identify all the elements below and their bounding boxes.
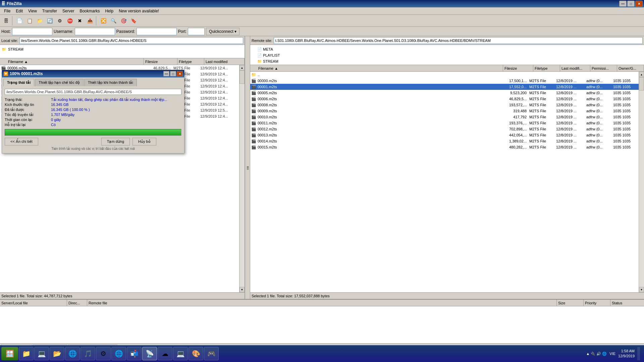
toolbar-btn-sync[interactable]: 🔀: [99, 16, 108, 25]
panel-resize-handle[interactable]: ⣿: [245, 36, 250, 299]
close-button[interactable]: ✕: [635, 1, 643, 7]
toolbar-btn-4[interactable]: 🔄: [45, 16, 54, 25]
right-file-row[interactable]: 🎬 00006.m2ts 46,829,5... M2TS File 12/8/…: [250, 96, 639, 102]
username-input[interactable]: [75, 28, 115, 35]
toolbar-btn-bookmark[interactable]: 🔖: [129, 16, 138, 25]
right-file-row[interactable]: 📁 ..: [250, 72, 639, 78]
menu-help[interactable]: Help: [102, 8, 116, 14]
taskbar-app11[interactable]: 💻: [173, 347, 188, 360]
right-panel-path-input[interactable]: [274, 37, 643, 44]
menu-bookmarks[interactable]: Bookmarks: [77, 8, 102, 14]
taskbar-app10[interactable]: ☁: [158, 347, 172, 360]
taskbar-app12[interactable]: 🎨: [189, 347, 203, 360]
right-scrollbar[interactable]: ▲ ▼: [639, 72, 644, 292]
left-col-filesize[interactable]: Filesize: [144, 58, 177, 65]
right-file-row[interactable]: 🎬 00005.m2ts 9,523,200 M2TS File 12/8/20…: [250, 90, 639, 96]
right-scroll-track[interactable]: [639, 77, 644, 287]
left-scrollbar[interactable]: ▲ ▼: [239, 65, 245, 292]
taskbar-browser[interactable]: 🌐: [65, 347, 80, 360]
right-col-filetype[interactable]: Filetype: [533, 65, 560, 71]
left-scroll-track[interactable]: [239, 70, 245, 287]
toolbar-btn-1[interactable]: 📄: [15, 16, 24, 25]
host-input[interactable]: [12, 28, 52, 35]
right-col-owner[interactable]: Owner/G...: [617, 65, 644, 71]
dialog-tab-speed[interactable]: Thiết lập hạn chế tốc độ: [35, 79, 84, 86]
toolbar-btn-stop[interactable]: ⛔: [65, 16, 74, 25]
right-scroll-up[interactable]: ▲: [639, 72, 644, 77]
taskbar-filezilla[interactable]: 📡: [142, 347, 157, 360]
dialog-tab-complete[interactable]: Thiết lập khi hoàn thành tải: [84, 79, 137, 86]
toolbar-btn-6[interactable]: 📤: [85, 16, 95, 25]
quickconnect-button[interactable]: Quickconnect ▾: [206, 28, 239, 35]
taskbar-app13[interactable]: 🎮: [204, 347, 219, 360]
port-input[interactable]: [188, 28, 205, 35]
left-panel-path-input[interactable]: [19, 37, 243, 44]
left-scroll-down[interactable]: ▼: [239, 287, 245, 292]
right-file-row[interactable]: 🎬 00010.m2ts 417,792 M2TS File 12/8/2019…: [250, 114, 639, 120]
right-file-row[interactable]: 🎬 00012.m2ts 702,898,... M2TS File 12/8/…: [250, 126, 639, 132]
dialog-maximize-btn[interactable]: □: [170, 71, 176, 76]
left-col-filename[interactable]: Filename ▲: [7, 58, 144, 65]
toolbar-btn-disconnect[interactable]: ✖: [75, 16, 85, 25]
file-owner: 1035 1035: [612, 127, 639, 131]
right-file-row[interactable]: 🎬 00000.m2ts 17,500,1... M2TS File 12/8/…: [250, 78, 639, 84]
left-tree-stream[interactable]: 📁 STREAM: [1, 46, 243, 52]
trang-thai-value: Tải xuống hoàn tất, đang ghép các phần đ…: [51, 98, 181, 102]
right-tree-playlist[interactable]: 📄 PLAYLIST: [252, 52, 643, 58]
right-col-filename[interactable]: Filename ▲: [257, 65, 503, 71]
taskbar-start-button[interactable]: 🪟: [1, 347, 18, 360]
show-desktop-btn[interactable]: [637, 347, 640, 360]
right-file-row[interactable]: 🎬 00008.m2ts 193,572,... M2TS File 12/8/…: [250, 102, 639, 108]
taskbar-terminal[interactable]: 💻: [34, 347, 49, 360]
dialog-tab-status[interactable]: Trạng thái tải: [3, 79, 34, 86]
toolbar-btn-2[interactable]: 📋: [25, 16, 34, 25]
right-file-row[interactable]: 🎬 00001.m2ts 17,552,0... M2TS File 12/8/…: [250, 84, 639, 90]
right-file-row[interactable]: 🎬 00011.m2ts 193,376,... M2TS File 12/8/…: [250, 120, 639, 126]
taskbar-mail[interactable]: 📬: [127, 347, 142, 360]
right-status-text: Selected 1 file. Total size: 17,552,037,…: [252, 294, 330, 298]
taskbar-media[interactable]: 🎵: [80, 347, 95, 360]
toolbar-new-tab[interactable]: 🗄: [1, 16, 11, 25]
right-tree-meta[interactable]: 📄 META: [252, 46, 643, 52]
left-col-filetype[interactable]: Filetype: [177, 58, 204, 65]
toolbar-btn-search[interactable]: 🔍: [109, 16, 118, 25]
right-col-filesize[interactable]: Filesize: [503, 65, 533, 71]
taskbar-explorer[interactable]: 📁: [19, 347, 34, 360]
file-size: 193,376,...: [498, 121, 528, 125]
right-file-list: 📁 .. 🎬 00000.m2ts 17,500,1... M2TS File …: [250, 72, 639, 292]
minimize-button[interactable]: —: [619, 1, 627, 7]
taskbar-settings[interactable]: ⚙: [96, 347, 111, 360]
file-size: 17,552,0...: [498, 85, 528, 89]
dialog-pause-btn[interactable]: Tạm dừng: [101, 138, 130, 145]
right-file-row[interactable]: 🎬 00013.m2ts 442,054,... M2TS File 12/8/…: [250, 132, 639, 138]
left-scroll-up[interactable]: ▲: [239, 65, 245, 70]
file-date: 12/8/2019 ...: [555, 91, 585, 95]
menu-transfer[interactable]: Transfer: [40, 8, 60, 14]
menu-view[interactable]: View: [25, 8, 40, 14]
dialog-details-btn[interactable]: << Ẩn chi tiết: [5, 138, 38, 145]
dialog-cancel-btn[interactable]: Hủy bỏ: [132, 138, 156, 145]
right-col-lastmod[interactable]: Last modifi...: [560, 65, 590, 71]
file-date: 12/8/2019 ...: [555, 109, 585, 113]
right-file-row[interactable]: 🎬 00014.m2ts 1,389,02... M2TS File 12/8/…: [250, 138, 639, 144]
right-scroll-down[interactable]: ▼: [639, 287, 644, 292]
menu-server[interactable]: Server: [60, 8, 77, 14]
left-tree: 📁 STREAM: [0, 45, 245, 58]
toolbar-btn-3[interactable]: 📁: [35, 16, 44, 25]
right-file-row[interactable]: 🎬 00015.m2ts 480,282,... M2TS File 12/8/…: [250, 144, 639, 150]
dialog-close-btn[interactable]: ✕: [177, 71, 183, 76]
menu-new-version[interactable]: New version available!: [116, 8, 162, 14]
maximize-button[interactable]: □: [627, 1, 635, 7]
taskbar-files[interactable]: 📂: [50, 347, 64, 360]
right-file-row[interactable]: 🎬 00009.m2ts 319,488 M2TS File 12/8/2019…: [250, 108, 639, 114]
right-tree-stream[interactable]: 📁 STREAM: [252, 58, 643, 64]
menu-file[interactable]: File: [1, 8, 13, 14]
taskbar-internet[interactable]: 🌐: [111, 347, 126, 360]
menu-edit[interactable]: Edit: [13, 8, 25, 14]
toolbar-btn-5[interactable]: ⚙: [55, 16, 64, 25]
toolbar-btn-filter[interactable]: 🎯: [119, 16, 128, 25]
right-col-perm[interactable]: Permissi...: [590, 65, 617, 71]
password-input[interactable]: [137, 28, 177, 35]
left-col-lastmod[interactable]: Last modified: [204, 58, 245, 65]
dialog-minimize-btn[interactable]: —: [163, 71, 169, 76]
